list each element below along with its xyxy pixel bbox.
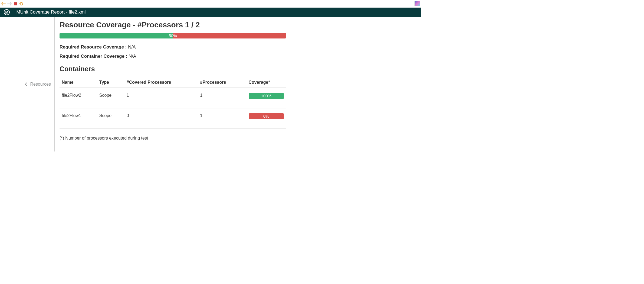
coverage-badge: 100% <box>249 93 284 99</box>
ide-toolbar <box>0 0 421 8</box>
table-row[interactable]: file2Flow2Scope11100% <box>60 88 286 108</box>
refresh-icon[interactable] <box>19 1 24 6</box>
col-coverage: Coverage* <box>247 77 286 88</box>
svg-rect-0 <box>14 2 17 5</box>
coverage-progress-label: 50% <box>60 33 286 38</box>
required-resource-value: N/A <box>128 44 136 50</box>
coverage-badge: 0% <box>249 113 284 119</box>
cell-name: file2Flow2 <box>60 88 97 108</box>
main-content: Resource Coverage - #Processors 1 / 2 50… <box>54 17 293 151</box>
mulesoft-logo-icon: M <box>4 9 10 15</box>
sidebar: Resources <box>0 17 54 151</box>
cell-processors: 1 <box>198 88 246 108</box>
stop-icon[interactable] <box>13 1 18 6</box>
report-header: M | MUnit Coverage Report - file2.xml <box>0 8 421 17</box>
coverage-progress: 50% <box>60 33 286 38</box>
col-type: Type <box>97 77 124 88</box>
header-divider: | <box>12 9 14 15</box>
required-resource-label: Required Resource Coverage : <box>60 44 128 50</box>
footnote: (*) Number of processors executed during… <box>60 136 286 141</box>
col-covered: #Covered Processors <box>124 77 198 88</box>
col-processors: #Processors <box>198 77 246 88</box>
cell-coverage: 100% <box>247 88 286 108</box>
chevron-left-icon <box>25 82 28 86</box>
containers-heading: Containers <box>60 65 286 73</box>
required-container-value: N/A <box>129 54 136 59</box>
containers-table: Name Type #Covered Processors #Processor… <box>60 77 286 129</box>
required-container-label: Required Container Coverage : <box>60 54 129 59</box>
page-title: Resource Coverage - #Processors 1 / 2 <box>60 21 286 29</box>
cell-processors: 1 <box>198 108 246 129</box>
cell-covered: 0 <box>124 108 198 129</box>
required-container-line: Required Container Coverage : N/A <box>60 54 286 59</box>
col-name: Name <box>60 77 97 88</box>
table-row[interactable]: file2Flow1Scope010% <box>60 108 286 129</box>
breadcrumb-resources[interactable]: Resources <box>25 23 51 146</box>
forward-icon[interactable] <box>7 1 12 6</box>
cell-coverage: 0% <box>247 108 286 129</box>
required-resource-line: Required Resource Coverage : N/A <box>60 44 286 50</box>
cell-type: Scope <box>97 108 124 129</box>
breadcrumb-label: Resources <box>30 82 51 87</box>
report-title: MUnit Coverage Report - file2.xml <box>16 9 86 15</box>
cell-name: file2Flow1 <box>60 108 97 129</box>
cell-type: Scope <box>97 88 124 108</box>
cell-covered: 1 <box>124 88 198 108</box>
app-badge-icon[interactable] <box>415 1 420 6</box>
back-icon[interactable] <box>1 1 6 6</box>
